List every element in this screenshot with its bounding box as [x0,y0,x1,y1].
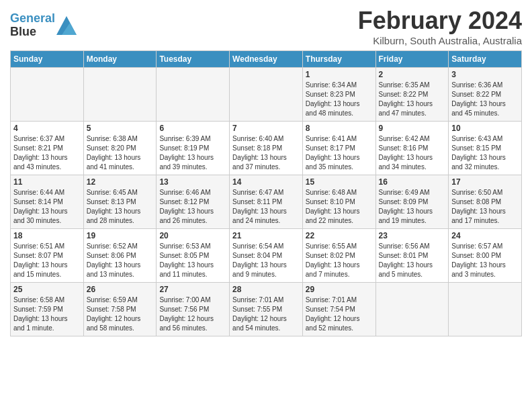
day-info: Sunrise: 6:58 AM Sunset: 7:59 PM Dayligh… [13,295,81,333]
day-info: Sunrise: 6:42 AM Sunset: 8:16 PM Dayligh… [379,134,446,172]
day-info: Sunrise: 6:57 AM Sunset: 8:00 PM Dayligh… [451,242,519,279]
week-row-1: 1Sunrise: 6:34 AM Sunset: 8:23 PM Daylig… [11,68,522,122]
day-number: 14 [232,177,300,187]
calendar-cell: 15Sunrise: 6:48 AM Sunset: 8:10 PM Dayli… [302,175,375,229]
title-block: February 2024 Kilburn, South Australia, … [358,7,522,46]
day-number: 5 [87,124,154,133]
week-row-2: 4Sunrise: 6:37 AM Sunset: 8:21 PM Daylig… [11,122,522,175]
calendar-cell: 18Sunrise: 6:51 AM Sunset: 8:07 PM Dayli… [11,229,84,283]
day-number: 4 [13,124,81,133]
calendar-cell: 17Sunrise: 6:50 AM Sunset: 8:08 PM Dayli… [449,175,522,229]
logo-icon [56,16,77,35]
location-title: Kilburn, South Australia, Australia [358,35,522,46]
day-number: 3 [451,70,519,79]
day-info: Sunrise: 6:38 AM Sunset: 8:20 PM Dayligh… [87,134,154,172]
day-number: 23 [379,231,446,240]
day-info: Sunrise: 6:59 AM Sunset: 7:58 PM Dayligh… [87,295,154,333]
day-info: Sunrise: 6:39 AM Sunset: 8:19 PM Dayligh… [159,134,226,172]
calendar-cell: 2Sunrise: 6:35 AM Sunset: 8:22 PM Daylig… [375,68,449,122]
day-number: 27 [159,285,226,294]
day-info: Sunrise: 6:34 AM Sunset: 8:23 PM Dayligh… [306,81,373,118]
day-info: Sunrise: 6:55 AM Sunset: 8:02 PM Dayligh… [306,242,373,279]
week-row-4: 18Sunrise: 6:51 AM Sunset: 8:07 PM Dayli… [11,229,522,283]
calendar-cell [449,283,522,336]
day-info: Sunrise: 6:43 AM Sunset: 8:15 PM Dayligh… [451,134,519,172]
calendar-cell: 12Sunrise: 6:45 AM Sunset: 8:13 PM Dayli… [83,175,157,229]
col-header-tuesday: Tuesday [157,51,230,68]
day-info: Sunrise: 7:01 AM Sunset: 7:54 PM Dayligh… [306,295,373,333]
col-header-monday: Monday [83,51,157,68]
day-info: Sunrise: 6:53 AM Sunset: 8:05 PM Dayligh… [159,242,226,279]
calendar-cell: 28Sunrise: 7:01 AM Sunset: 7:55 PM Dayli… [230,283,303,336]
day-number: 17 [451,177,519,187]
month-title: February 2024 [358,7,522,35]
calendar-cell: 22Sunrise: 6:55 AM Sunset: 8:02 PM Dayli… [302,229,375,283]
calendar-cell: 6Sunrise: 6:39 AM Sunset: 8:19 PM Daylig… [157,122,230,175]
calendar-cell: 4Sunrise: 6:37 AM Sunset: 8:21 PM Daylig… [11,122,84,175]
header-row: SundayMondayTuesdayWednesdayThursdayFrid… [11,51,522,68]
day-number: 10 [451,124,519,133]
calendar-cell: 13Sunrise: 6:46 AM Sunset: 8:12 PM Dayli… [157,175,230,229]
day-number: 6 [159,124,226,133]
calendar-cell: 19Sunrise: 6:52 AM Sunset: 8:06 PM Dayli… [83,229,157,283]
day-number: 28 [232,285,300,294]
day-number: 9 [379,124,446,133]
day-number: 21 [232,231,300,240]
day-info: Sunrise: 6:41 AM Sunset: 8:17 PM Dayligh… [306,134,373,172]
day-info: Sunrise: 6:46 AM Sunset: 8:12 PM Dayligh… [159,188,226,226]
day-info: Sunrise: 6:35 AM Sunset: 8:22 PM Dayligh… [379,81,446,118]
day-number: 1 [306,70,373,79]
calendar-cell: 14Sunrise: 6:47 AM Sunset: 8:11 PM Dayli… [230,175,303,229]
day-number: 22 [306,231,373,240]
day-info: Sunrise: 6:37 AM Sunset: 8:21 PM Dayligh… [13,134,81,172]
day-info: Sunrise: 6:48 AM Sunset: 8:10 PM Dayligh… [306,188,373,226]
calendar-cell: 10Sunrise: 6:43 AM Sunset: 8:15 PM Dayli… [449,122,522,175]
col-header-friday: Friday [375,51,449,68]
calendar-cell: 5Sunrise: 6:38 AM Sunset: 8:20 PM Daylig… [83,122,157,175]
day-number: 16 [379,177,446,187]
day-number: 24 [451,231,519,240]
col-header-sunday: Sunday [11,51,84,68]
day-info: Sunrise: 6:40 AM Sunset: 8:18 PM Dayligh… [232,134,300,172]
calendar-cell: 11Sunrise: 6:44 AM Sunset: 8:14 PM Dayli… [11,175,84,229]
day-number: 18 [13,231,81,240]
header: General Blue February 2024 Kilburn, Sout… [10,7,522,46]
day-info: Sunrise: 6:45 AM Sunset: 8:13 PM Dayligh… [87,188,154,226]
day-number: 29 [306,285,373,294]
day-number: 8 [306,124,373,133]
day-number: 26 [87,285,154,294]
calendar-cell: 21Sunrise: 6:54 AM Sunset: 8:04 PM Dayli… [230,229,303,283]
calendar-cell [157,68,230,122]
calendar-cell: 25Sunrise: 6:58 AM Sunset: 7:59 PM Dayli… [11,283,84,336]
week-row-3: 11Sunrise: 6:44 AM Sunset: 8:14 PM Dayli… [11,175,522,229]
day-info: Sunrise: 6:56 AM Sunset: 8:01 PM Dayligh… [379,242,446,279]
calendar-cell [83,68,157,122]
col-header-wednesday: Wednesday [230,51,303,68]
calendar-cell: 7Sunrise: 6:40 AM Sunset: 8:18 PM Daylig… [230,122,303,175]
day-info: Sunrise: 6:54 AM Sunset: 8:04 PM Dayligh… [232,242,300,279]
day-number: 25 [13,285,81,294]
col-header-thursday: Thursday [302,51,375,68]
logo: General Blue [10,12,77,39]
day-number: 13 [159,177,226,187]
day-info: Sunrise: 6:49 AM Sunset: 8:09 PM Dayligh… [379,188,446,226]
col-header-saturday: Saturday [449,51,522,68]
calendar-table: SundayMondayTuesdayWednesdayThursdayFrid… [10,50,522,336]
day-number: 15 [306,177,373,187]
week-row-5: 25Sunrise: 6:58 AM Sunset: 7:59 PM Dayli… [11,283,522,336]
calendar-cell: 8Sunrise: 6:41 AM Sunset: 8:17 PM Daylig… [302,122,375,175]
calendar-cell [230,68,303,122]
calendar-cell: 1Sunrise: 6:34 AM Sunset: 8:23 PM Daylig… [302,68,375,122]
calendar-cell [375,283,449,336]
calendar-cell: 27Sunrise: 7:00 AM Sunset: 7:56 PM Dayli… [157,283,230,336]
day-info: Sunrise: 6:50 AM Sunset: 8:08 PM Dayligh… [451,188,519,226]
day-info: Sunrise: 6:47 AM Sunset: 8:11 PM Dayligh… [232,188,300,226]
logo-text: General Blue [10,12,55,39]
day-number: 12 [87,177,154,187]
calendar-cell [11,68,84,122]
calendar-cell: 20Sunrise: 6:53 AM Sunset: 8:05 PM Dayli… [157,229,230,283]
day-number: 11 [13,177,81,187]
day-info: Sunrise: 7:01 AM Sunset: 7:55 PM Dayligh… [232,295,300,333]
day-info: Sunrise: 6:36 AM Sunset: 8:22 PM Dayligh… [451,81,519,118]
calendar-cell: 16Sunrise: 6:49 AM Sunset: 8:09 PM Dayli… [375,175,449,229]
